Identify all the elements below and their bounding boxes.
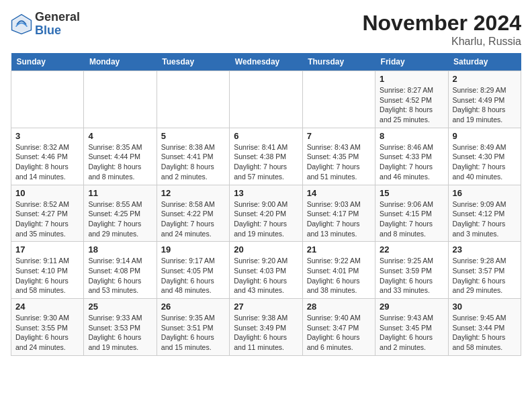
- day-info: Sunrise: 8:29 AM Sunset: 4:49 PM Dayligh…: [453, 85, 517, 125]
- day-info: Sunrise: 9:38 AM Sunset: 3:49 PM Dayligh…: [234, 313, 298, 353]
- day-info: Sunrise: 9:14 AM Sunset: 4:08 PM Dayligh…: [88, 256, 152, 295]
- calendar-cell: 8Sunrise: 8:46 AM Sunset: 4:33 PM Daylig…: [375, 128, 448, 185]
- day-info: Sunrise: 9:17 AM Sunset: 4:05 PM Dayligh…: [161, 256, 225, 295]
- day-number: 18: [88, 244, 152, 255]
- day-info: Sunrise: 9:11 AM Sunset: 4:10 PM Dayligh…: [15, 256, 79, 295]
- calendar-cell: 9Sunrise: 8:49 AM Sunset: 4:30 PM Daylig…: [448, 128, 521, 185]
- day-number: 6: [234, 131, 298, 141]
- calendar-cell: 6Sunrise: 8:41 AM Sunset: 4:38 PM Daylig…: [230, 128, 302, 185]
- calendar-cell: 1Sunrise: 8:27 AM Sunset: 4:52 PM Daylig…: [375, 71, 448, 128]
- day-number: 8: [380, 131, 443, 141]
- calendar-table: SundayMondayTuesdayWednesdayThursdayFrid…: [11, 53, 521, 356]
- calendar-cell: 26Sunrise: 9:35 AM Sunset: 3:51 PM Dayli…: [157, 299, 229, 356]
- calendar-cell: 4Sunrise: 8:35 AM Sunset: 4:44 PM Daylig…: [84, 128, 157, 185]
- calendar-cell: 22Sunrise: 9:25 AM Sunset: 3:59 PM Dayli…: [375, 242, 448, 299]
- day-number: 19: [161, 244, 225, 255]
- week-row-1: 1Sunrise: 8:27 AM Sunset: 4:52 PM Daylig…: [11, 71, 521, 128]
- calendar-cell: 2Sunrise: 8:29 AM Sunset: 4:49 PM Daylig…: [448, 71, 521, 128]
- calendar-cell: [302, 71, 375, 128]
- day-number: 2: [453, 74, 517, 84]
- calendar-cell: 10Sunrise: 8:52 AM Sunset: 4:27 PM Dayli…: [11, 185, 84, 242]
- day-number: 15: [380, 188, 443, 198]
- week-row-5: 24Sunrise: 9:30 AM Sunset: 3:55 PM Dayli…: [11, 299, 521, 356]
- day-info: Sunrise: 9:43 AM Sunset: 3:45 PM Dayligh…: [380, 313, 443, 353]
- day-number: 12: [161, 188, 225, 198]
- logo-icon: [11, 13, 32, 35]
- day-info: Sunrise: 9:06 AM Sunset: 4:15 PM Dayligh…: [380, 199, 443, 239]
- weekday-header-thursday: Thursday: [302, 53, 375, 71]
- day-info: Sunrise: 9:40 AM Sunset: 3:47 PM Dayligh…: [307, 313, 371, 353]
- day-number: 10: [15, 188, 79, 198]
- day-info: Sunrise: 8:43 AM Sunset: 4:35 PM Dayligh…: [307, 142, 371, 182]
- calendar-cell: 15Sunrise: 9:06 AM Sunset: 4:15 PM Dayli…: [375, 185, 448, 242]
- day-info: Sunrise: 8:58 AM Sunset: 4:22 PM Dayligh…: [161, 199, 225, 239]
- day-number: 5: [161, 131, 225, 141]
- logo: General Blue: [11, 11, 80, 38]
- location: Kharlu, Russia: [362, 36, 521, 48]
- day-number: 16: [453, 188, 517, 198]
- day-info: Sunrise: 9:35 AM Sunset: 3:51 PM Dayligh…: [161, 313, 225, 353]
- calendar-cell: 21Sunrise: 9:22 AM Sunset: 4:01 PM Dayli…: [302, 242, 375, 299]
- day-info: Sunrise: 8:38 AM Sunset: 4:41 PM Dayligh…: [161, 142, 225, 182]
- week-row-3: 10Sunrise: 8:52 AM Sunset: 4:27 PM Dayli…: [11, 185, 521, 242]
- day-info: Sunrise: 9:30 AM Sunset: 3:55 PM Dayligh…: [15, 313, 79, 353]
- day-info: Sunrise: 8:35 AM Sunset: 4:44 PM Dayligh…: [88, 142, 152, 182]
- weekday-header-row: SundayMondayTuesdayWednesdayThursdayFrid…: [11, 53, 521, 71]
- day-number: 29: [380, 302, 443, 312]
- calendar-cell: 13Sunrise: 9:00 AM Sunset: 4:20 PM Dayli…: [230, 185, 302, 242]
- day-number: 23: [453, 244, 517, 255]
- title-section: November 2024 Kharlu, Russia: [362, 11, 521, 48]
- day-info: Sunrise: 9:00 AM Sunset: 4:20 PM Dayligh…: [234, 199, 298, 239]
- day-number: 26: [161, 302, 225, 312]
- calendar-cell: 11Sunrise: 8:55 AM Sunset: 4:25 PM Dayli…: [84, 185, 157, 242]
- week-row-2: 3Sunrise: 8:32 AM Sunset: 4:46 PM Daylig…: [11, 128, 521, 185]
- logo-text: General Blue: [35, 11, 80, 38]
- day-info: Sunrise: 9:25 AM Sunset: 3:59 PM Dayligh…: [380, 256, 443, 295]
- calendar-cell: 18Sunrise: 9:14 AM Sunset: 4:08 PM Dayli…: [84, 242, 157, 299]
- day-number: 17: [15, 244, 79, 255]
- weekday-header-tuesday: Tuesday: [157, 53, 229, 71]
- day-number: 1: [380, 74, 443, 84]
- calendar-cell: 30Sunrise: 9:45 AM Sunset: 3:44 PM Dayli…: [448, 299, 521, 356]
- weekday-header-sunday: Sunday: [11, 53, 84, 71]
- calendar-cell: 5Sunrise: 8:38 AM Sunset: 4:41 PM Daylig…: [157, 128, 229, 185]
- calendar-cell: 28Sunrise: 9:40 AM Sunset: 3:47 PM Dayli…: [302, 299, 375, 356]
- day-info: Sunrise: 9:28 AM Sunset: 3:57 PM Dayligh…: [453, 256, 517, 295]
- calendar-cell: 20Sunrise: 9:20 AM Sunset: 4:03 PM Dayli…: [230, 242, 302, 299]
- calendar-cell: 14Sunrise: 9:03 AM Sunset: 4:17 PM Dayli…: [302, 185, 375, 242]
- day-number: 27: [234, 302, 298, 312]
- calendar-cell: 24Sunrise: 9:30 AM Sunset: 3:55 PM Dayli…: [11, 299, 84, 356]
- day-number: 20: [234, 244, 298, 255]
- day-number: 7: [307, 131, 371, 141]
- calendar-cell: 23Sunrise: 9:28 AM Sunset: 3:57 PM Dayli…: [448, 242, 521, 299]
- day-number: 24: [15, 302, 79, 312]
- calendar-cell: 25Sunrise: 9:33 AM Sunset: 3:53 PM Dayli…: [84, 299, 157, 356]
- calendar-cell: 16Sunrise: 9:09 AM Sunset: 4:12 PM Dayli…: [448, 185, 521, 242]
- day-info: Sunrise: 9:33 AM Sunset: 3:53 PM Dayligh…: [88, 313, 152, 353]
- calendar-cell: [11, 71, 84, 128]
- calendar-cell: 19Sunrise: 9:17 AM Sunset: 4:05 PM Dayli…: [157, 242, 229, 299]
- day-number: 28: [307, 302, 371, 312]
- day-number: 4: [88, 131, 152, 141]
- day-info: Sunrise: 8:27 AM Sunset: 4:52 PM Dayligh…: [380, 85, 443, 125]
- day-number: 25: [88, 302, 152, 312]
- day-info: Sunrise: 8:52 AM Sunset: 4:27 PM Dayligh…: [15, 199, 79, 239]
- calendar-cell: [230, 71, 302, 128]
- day-number: 11: [88, 188, 152, 198]
- day-number: 9: [453, 131, 517, 141]
- calendar-cell: [157, 71, 229, 128]
- day-info: Sunrise: 8:46 AM Sunset: 4:33 PM Dayligh…: [380, 142, 443, 182]
- day-info: Sunrise: 9:03 AM Sunset: 4:17 PM Dayligh…: [307, 199, 371, 239]
- day-info: Sunrise: 8:55 AM Sunset: 4:25 PM Dayligh…: [88, 199, 152, 239]
- day-info: Sunrise: 8:32 AM Sunset: 4:46 PM Dayligh…: [15, 142, 79, 182]
- day-info: Sunrise: 9:22 AM Sunset: 4:01 PM Dayligh…: [307, 256, 371, 295]
- weekday-header-friday: Friday: [375, 53, 448, 71]
- calendar-cell: 7Sunrise: 8:43 AM Sunset: 4:35 PM Daylig…: [302, 128, 375, 185]
- week-row-4: 17Sunrise: 9:11 AM Sunset: 4:10 PM Dayli…: [11, 242, 521, 299]
- day-number: 30: [453, 302, 517, 312]
- calendar-cell: 12Sunrise: 8:58 AM Sunset: 4:22 PM Dayli…: [157, 185, 229, 242]
- day-info: Sunrise: 9:09 AM Sunset: 4:12 PM Dayligh…: [453, 199, 517, 239]
- calendar-cell: 17Sunrise: 9:11 AM Sunset: 4:10 PM Dayli…: [11, 242, 84, 299]
- calendar-cell: [84, 71, 157, 128]
- calendar-cell: 27Sunrise: 9:38 AM Sunset: 3:49 PM Dayli…: [230, 299, 302, 356]
